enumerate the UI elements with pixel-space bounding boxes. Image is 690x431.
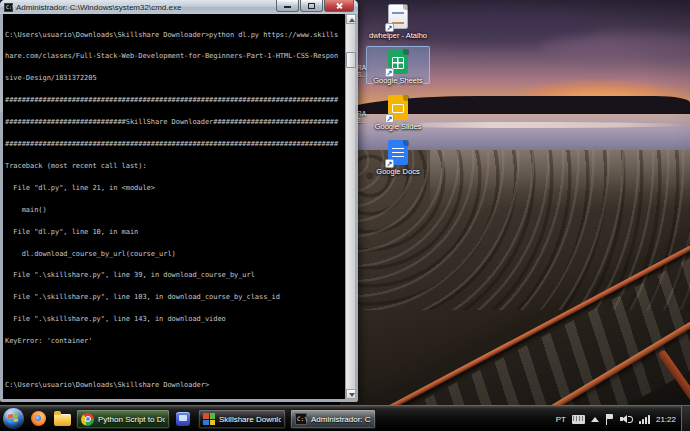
icon-label: Google Sheets — [364, 77, 432, 85]
console-line: ########################################… — [5, 97, 345, 104]
scroll-down-icon[interactable] — [346, 389, 356, 399]
keyboard-icon[interactable] — [572, 415, 585, 424]
colorful-grid-icon — [203, 413, 215, 425]
blue-app-icon[interactable] — [176, 412, 190, 426]
taskbar-clock[interactable]: 21:22 — [656, 415, 676, 424]
desktop-icon-dwhelper[interactable]: ↗ dwhelper - Atalho — [364, 4, 432, 40]
shortcut-arrow-icon: ↗ — [385, 114, 394, 123]
partial-icon-label: RA S.. — [357, 64, 373, 78]
taskbar-button-label: Python Script to Do... — [98, 415, 165, 424]
speaker-icon[interactable] — [620, 414, 633, 425]
google-docs-icon: ↗ — [387, 140, 409, 166]
show-hidden-icons-icon[interactable] — [591, 417, 599, 422]
explorer-folder-icon[interactable] — [54, 414, 71, 426]
cmd-window-icon — [4, 3, 13, 12]
taskbar: Python Script to Do... Skillshare Downlo… — [0, 405, 690, 431]
taskbar-button-skillshare-downloader[interactable]: Skillshare Download... — [198, 409, 286, 429]
console-line: File "dl.py", line 21, in <module> — [5, 185, 345, 192]
close-button[interactable] — [324, 0, 354, 12]
desktop-icon-google-slides[interactable]: ↗ Google Slides — [364, 95, 432, 131]
console-line: File ".\skillshare.py", line 39, in down… — [5, 272, 345, 279]
console-line: KeyError: 'container' — [5, 338, 345, 345]
taskbar-button-python-script[interactable]: Python Script to Do... — [76, 409, 170, 429]
console-line: C:\Users\usuario\Downloads\Skillshare Do… — [5, 32, 345, 39]
console-prompt-line: C:\Users\usuario\Downloads\Skillshare Do… — [5, 382, 345, 389]
minimize-button[interactable] — [276, 0, 299, 12]
console-line: File "dl.py", line 10, in main — [5, 229, 345, 236]
firefox-icon[interactable] — [31, 411, 46, 426]
window-title: Administrador: C:\Windows\system32\cmd.e… — [16, 3, 275, 12]
console-scrollbar[interactable] — [345, 14, 355, 399]
icon-label: dwhelper - Atalho — [364, 32, 432, 40]
console-text: C:\Users\usuario\Downloads\Skillshare Do… — [3, 14, 345, 399]
network-signal-icon[interactable] — [639, 414, 650, 424]
system-tray: PT 21:22 — [556, 406, 676, 431]
chrome-icon — [81, 413, 94, 426]
shortcut-file-icon: ↗ — [387, 4, 409, 30]
taskbar-button-label: Administrador: C:\W... — [311, 415, 371, 424]
console-line: hare.com/classes/Full-Stack-Web-Developm… — [5, 53, 345, 60]
console-line: sive-Design/1831372205 — [5, 75, 345, 82]
scroll-up-icon[interactable] — [346, 14, 356, 24]
screen: ↗ dwhelper - Atalho ↗ Google Sheets ↗ Go… — [0, 0, 690, 431]
language-indicator[interactable]: PT — [556, 415, 566, 424]
shortcut-arrow-icon: ↗ — [385, 68, 394, 77]
console-line: Traceback (most recent call last): — [5, 163, 345, 170]
caption-buttons — [275, 0, 354, 12]
partial-icon-label: RA 3... — [357, 110, 373, 124]
maximize-button[interactable] — [300, 0, 323, 12]
shortcut-arrow-icon: ↗ — [385, 159, 394, 168]
scrollbar-thumb[interactable] — [346, 52, 356, 68]
desktop-icon-google-docs[interactable]: ↗ Google Docs — [364, 140, 432, 176]
show-desktop-button[interactable] — [681, 406, 690, 431]
google-slides-icon: ↗ — [387, 95, 409, 121]
cmd-window: Administrador: C:\Windows\system32\cmd.e… — [0, 0, 358, 402]
console-line: ########################################… — [5, 141, 345, 148]
start-button[interactable] — [3, 408, 24, 429]
desktop-icon-google-sheets[interactable]: ↗ Google Sheets — [364, 49, 432, 85]
console-line: main() — [5, 207, 345, 214]
cmd-titlebar[interactable]: Administrador: C:\Windows\system32\cmd.e… — [0, 0, 358, 14]
taskbar-button-cmd[interactable]: Administrador: C:\W... — [290, 409, 376, 429]
windows-logo-icon — [8, 413, 18, 422]
icon-label: Google Slides — [364, 123, 432, 131]
console-line: dl.download_course_by_url(course_url) — [5, 251, 345, 258]
console-line — [5, 360, 345, 367]
shortcut-arrow-icon: ↗ — [385, 23, 394, 32]
icon-label: Google Docs — [364, 168, 432, 176]
cmd-icon — [295, 413, 307, 425]
console-line: File ".\skillshare.py", line 103, in dow… — [5, 294, 345, 301]
console-line: #############################SkillShare … — [5, 119, 345, 126]
console-line: File ".\skillshare.py", line 143, in dow… — [5, 316, 345, 323]
action-center-flag-icon[interactable] — [605, 414, 614, 425]
console-output[interactable]: C:\Users\usuario\Downloads\Skillshare Do… — [3, 14, 345, 399]
google-sheets-icon: ↗ — [387, 49, 409, 75]
taskbar-button-label: Skillshare Download... — [219, 415, 281, 424]
